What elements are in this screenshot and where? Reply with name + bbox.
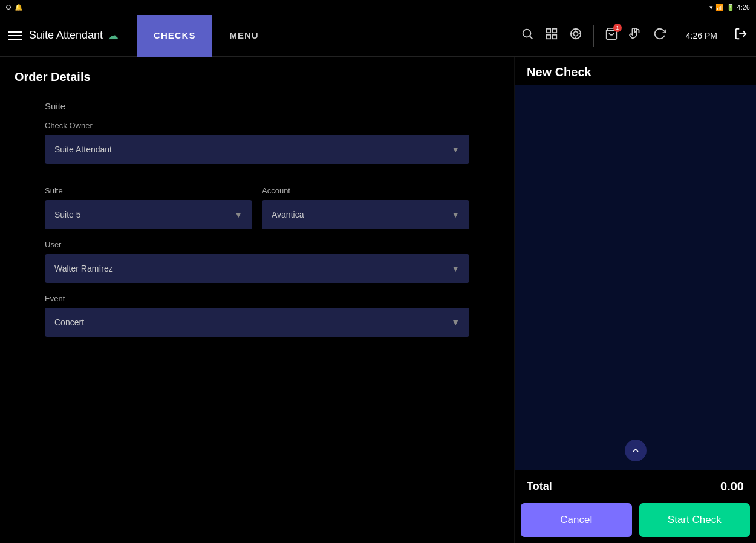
target-icon[interactable]	[569, 27, 582, 44]
event-chevron: ▼	[451, 317, 460, 327]
left-panel: Order Details Suite Check Owner Suite At…	[0, 57, 514, 543]
status-bar: 🔔 ▾ 📶 🔋 4:26	[0, 0, 756, 15]
user-group: User Walter Ramírez ▼	[45, 240, 469, 283]
check-owner-label: Check Owner	[45, 121, 469, 130]
cancel-button[interactable]: Cancel	[521, 503, 632, 537]
total-row: Total 0.00	[515, 470, 756, 503]
app-title-text: Suite Attendant	[29, 29, 103, 42]
svg-rect-5	[553, 34, 556, 38]
right-panel: New Check Total 0.00 Cancel Start Check	[514, 57, 756, 543]
tab-checks[interactable]: CHECKS	[137, 15, 212, 57]
wifi-icon: ▾	[709, 4, 713, 11]
check-content-area	[515, 85, 756, 470]
suite-chevron: ▼	[234, 210, 243, 219]
app-title: Suite Attendant ☁	[29, 29, 119, 42]
scroll-up-button[interactable]	[625, 440, 647, 461]
event-select[interactable]: Concert ▼	[45, 308, 469, 337]
check-owner-value: Suite Attendant	[54, 145, 112, 154]
status-time: 4:26	[737, 4, 750, 11]
account-label: Account	[262, 186, 469, 195]
hand-icon[interactable]	[629, 27, 642, 44]
action-buttons: Cancel Start Check	[515, 503, 756, 543]
svg-rect-3	[553, 28, 556, 32]
form-container: Suite Check Owner Suite Attendant ▼ Suit…	[15, 101, 500, 337]
account-group: Account Avantica ▼	[262, 186, 469, 229]
total-value: 0.00	[720, 480, 744, 493]
logout-icon[interactable]	[734, 27, 748, 44]
check-owner-select[interactable]: Suite Attendant ▼	[45, 135, 469, 164]
nav-time: 4:26 PM	[686, 31, 717, 41]
start-check-button[interactable]: Start Check	[639, 503, 751, 537]
top-nav: Suite Attendant ☁ CHECKS MENU	[0, 15, 756, 57]
svg-point-0	[523, 29, 531, 37]
notification-icon: 🔔	[15, 4, 23, 11]
divider-1	[45, 175, 469, 175]
nav-icons: 1 4:26 PM	[521, 25, 748, 47]
cloud-icon: ☁	[108, 29, 119, 42]
suite-value: Suite 5	[54, 210, 81, 219]
check-owner-chevron: ▼	[451, 145, 460, 154]
account-chevron: ▼	[451, 210, 460, 219]
user-value: Walter Ramírez	[54, 264, 113, 273]
event-value: Concert	[54, 317, 84, 327]
suite-select[interactable]: Suite 5 ▼	[45, 200, 252, 229]
main-layout: Order Details Suite Check Owner Suite At…	[0, 57, 756, 543]
search-icon[interactable]	[521, 27, 534, 44]
svg-point-7	[573, 31, 578, 36]
status-bar-left: 🔔	[6, 4, 23, 11]
account-select[interactable]: Avantica ▼	[262, 200, 469, 229]
event-group: Event Concert ▼	[45, 294, 469, 337]
section-label-suite: Suite	[45, 101, 469, 111]
status-bar-right: ▾ 📶 🔋 4:26	[709, 4, 750, 11]
tab-menu[interactable]: MENU	[212, 15, 275, 57]
order-details-title: Order Details	[15, 70, 500, 84]
cart-icon[interactable]: 1	[605, 27, 618, 44]
signal-icon: 📶	[715, 4, 724, 11]
grid-icon[interactable]	[545, 27, 558, 44]
nav-divider	[593, 25, 594, 47]
svg-line-1	[530, 36, 532, 39]
suite-account-row: Suite Suite 5 ▼ Account Avantica ▼	[45, 186, 469, 229]
status-dot	[6, 5, 11, 10]
total-label: Total	[527, 480, 552, 493]
svg-rect-4	[547, 34, 550, 38]
battery-icon: 🔋	[726, 4, 735, 11]
suite-label: Suite	[45, 186, 252, 195]
account-value: Avantica	[272, 210, 304, 219]
user-label: User	[45, 240, 469, 249]
user-select[interactable]: Walter Ramírez ▼	[45, 254, 469, 283]
svg-rect-2	[547, 28, 550, 32]
refresh-icon[interactable]	[653, 27, 666, 44]
check-owner-group: Check Owner Suite Attendant ▼	[45, 121, 469, 164]
nav-tabs: CHECKS MENU	[137, 15, 276, 57]
user-chevron: ▼	[451, 264, 460, 273]
hamburger-menu[interactable]	[8, 31, 22, 40]
cart-badge: 1	[613, 24, 622, 32]
event-label: Event	[45, 294, 469, 303]
suite-group: Suite Suite 5 ▼	[45, 186, 252, 229]
new-check-title: New Check	[515, 57, 756, 85]
